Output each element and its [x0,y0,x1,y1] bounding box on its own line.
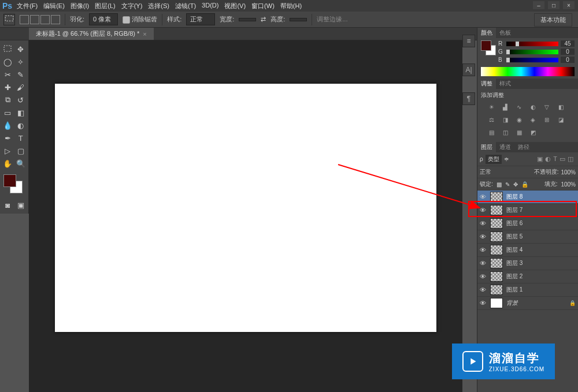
layer-row[interactable]: 👁 图层 4 [477,244,578,257]
eyedropper-tool-icon[interactable]: ✎ [14,68,28,81]
layer-name[interactable]: 图层 5 [506,233,576,241]
visibility-icon[interactable]: 👁 [480,207,487,214]
window-close[interactable]: × [563,1,575,9]
layer-row[interactable]: 👁 图层 7 [477,204,578,217]
exposure-icon[interactable]: ◐ [528,103,538,111]
lookup-icon[interactable]: ⊞ [542,115,551,124]
tool-preset-picker[interactable] [3,14,15,25]
b-value[interactable]: 0 [561,57,575,63]
menu-layer[interactable]: 图层(L) [95,2,115,10]
color-fg-swatch[interactable] [481,40,491,51]
layer-row[interactable]: 👁 图层 1 [477,283,578,297]
layer-thumb[interactable] [490,298,503,308]
levels-icon[interactable]: ▟ [501,103,510,111]
document-tab[interactable]: 未标题-1 @ 66.7% (图层 8, RGB/8) * × [29,28,154,40]
lock-pos-icon[interactable]: ✥ [513,181,518,188]
magic-wand-tool-icon[interactable]: ✧ [14,55,28,68]
history-panel-icon[interactable]: ≡ [462,35,475,47]
foreground-color[interactable] [3,174,16,187]
dodge-tool-icon[interactable]: ◐ [14,119,28,132]
visibility-icon[interactable]: 👁 [480,247,487,253]
mode-add-icon[interactable] [30,15,39,24]
brush-tool-icon[interactable]: 🖌 [14,81,28,94]
height-input[interactable] [290,18,307,21]
gradient-tool-icon[interactable]: ◧ [14,106,28,119]
visibility-icon[interactable]: 👁 [480,260,487,267]
channels-tab[interactable]: 通道 [496,142,514,152]
screenmode-icon[interactable]: ▣ [14,199,28,211]
filter-pixel-icon[interactable]: ▣ [537,155,543,163]
vibrance-icon[interactable]: ▽ [542,103,551,111]
filter-shape-icon[interactable]: ▭ [560,155,565,163]
quickmask-icon[interactable]: ◙ [1,199,14,211]
color-swatches[interactable] [1,173,24,196]
close-tab-icon[interactable]: × [143,31,146,38]
layer-row[interactable]: 👁 图层 8 [477,191,578,204]
layer-thumb[interactable] [490,232,503,242]
refine-edge-button[interactable]: 调整边缘... [317,15,347,24]
channel-mixer-icon[interactable]: ◈ [528,115,538,124]
filter-type-icon[interactable]: T [553,155,557,163]
color-tab[interactable]: 颜色 [477,28,496,38]
curves-icon[interactable]: ∿ [514,103,524,111]
layer-name[interactable]: 图层 8 [506,193,576,201]
layer-thumb[interactable] [490,258,503,268]
layer-row[interactable]: 👁 图层 3 [477,257,578,270]
character-panel-icon[interactable]: A| [462,64,475,76]
menu-type[interactable]: 文字(Y) [121,2,143,10]
pen-tool-icon[interactable]: ✒ [1,132,14,144]
healing-tool-icon[interactable]: ✚ [1,81,14,94]
layer-name[interactable]: 图层 2 [506,272,576,281]
swatches-tab[interactable]: 色板 [496,28,514,38]
layer-thumb[interactable] [490,192,503,202]
lock-trans-icon[interactable]: ▩ [497,181,502,188]
photo-filter-icon[interactable]: ◉ [514,115,524,124]
marquee-tool-icon[interactable] [1,43,14,55]
layer-name[interactable]: 图层 1 [506,286,576,294]
move-tool-icon[interactable]: ✥ [14,43,28,55]
visibility-icon[interactable]: 👁 [480,220,487,227]
r-value[interactable]: 45 [561,40,575,47]
layer-name[interactable]: 图层 3 [506,259,576,267]
lock-pixel-icon[interactable]: ✎ [505,181,510,188]
style-select[interactable]: 正常 [186,13,215,25]
type-tool-icon[interactable]: T [14,132,28,144]
crop-tool-icon[interactable]: ✂ [1,68,14,81]
menu-edit[interactable]: 编辑(E) [43,2,65,10]
fill-input[interactable]: 100% [561,181,576,188]
bw-icon[interactable]: ◨ [501,115,510,124]
visibility-icon[interactable]: 👁 [480,300,487,307]
g-value[interactable]: 0 [561,48,575,55]
filter-kind[interactable]: 类型 [486,155,502,164]
history-brush-tool-icon[interactable]: ↺ [14,94,28,106]
gradient-map-icon[interactable]: ▦ [514,128,524,136]
layer-thumb[interactable] [490,285,503,295]
layer-thumb[interactable] [490,218,503,229]
menu-view[interactable]: 视图(V) [224,2,246,10]
layer-row[interactable]: 👁 图层 6 [477,217,578,230]
blur-tool-icon[interactable]: 💧 [1,119,14,132]
threshold-icon[interactable]: ◫ [501,128,510,136]
filter-smart-icon[interactable]: ◫ [568,155,573,163]
lock-all-icon[interactable]: 🔒 [521,181,528,188]
antialias-checkbox[interactable]: 消除锯齿 [123,15,157,24]
paths-tab[interactable]: 路径 [514,142,533,152]
invert-icon[interactable]: ◪ [556,115,565,124]
layers-tab[interactable]: 图层 [477,142,496,152]
link-icon[interactable]: ⇄ [261,16,266,23]
menu-image[interactable]: 图像(I) [71,2,89,10]
menu-help[interactable]: 帮助(H) [280,2,302,10]
visibility-icon[interactable]: 👁 [480,193,487,200]
selective-color-icon[interactable]: ◩ [528,128,538,136]
workspace-switcher[interactable]: 基本功能 [534,13,572,27]
mode-new-icon[interactable] [20,15,29,24]
color-spectrum[interactable] [481,67,575,76]
g-slider[interactable] [506,50,558,54]
layer-row[interactable]: 👁 图层 5 [477,230,578,244]
layer-thumb[interactable] [490,205,503,215]
brightness-icon[interactable]: ☀ [487,103,496,111]
menu-3d[interactable]: 3D(D) [202,2,218,10]
layer-name[interactable]: 图层 4 [506,246,576,254]
layer-name[interactable]: 图层 6 [506,219,576,227]
layer-name[interactable]: 背景 [506,299,566,307]
